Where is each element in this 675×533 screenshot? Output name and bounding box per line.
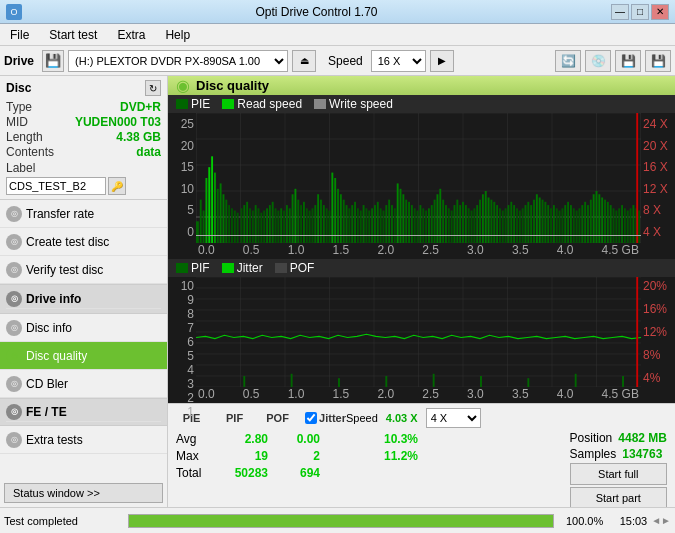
svg-rect-71 <box>348 208 350 243</box>
read-speed-legend-label: Read speed <box>237 97 302 111</box>
save2-button[interactable]: 💾 <box>645 50 671 72</box>
svg-rect-128 <box>510 202 512 243</box>
svg-rect-33 <box>241 208 243 243</box>
chart2-y-right-labels: 20% 16% 12% 8% 4% <box>641 277 675 387</box>
start-part-button[interactable]: Start part <box>570 487 667 507</box>
sidebar-item-create-test-disc[interactable]: ◎ Create test disc <box>0 228 167 256</box>
fe-te-icon: ◎ <box>6 404 22 420</box>
chart1-body: 0.0 0.5 1.0 1.5 2.0 2.5 3.0 3.5 4.0 4.5 … <box>196 113 641 243</box>
sidebar-item-cd-bler[interactable]: ◎ CD Bler <box>0 370 167 398</box>
svg-rect-100 <box>431 205 433 243</box>
reset-button[interactable]: 🔄 <box>555 50 581 72</box>
menu-file[interactable]: File <box>4 26 35 44</box>
svg-rect-133 <box>525 205 527 243</box>
svg-rect-136 <box>533 200 535 243</box>
scroll-indicator: ◄► <box>651 515 671 526</box>
drive-select[interactable]: (H:) PLEXTOR DVDR PX-890SA 1.00 <box>68 50 288 72</box>
type-label: Type <box>6 100 32 114</box>
svg-rect-124 <box>499 208 501 243</box>
status-window-button[interactable]: Status window >> <box>4 483 163 503</box>
legend-jitter: Jitter <box>222 261 263 275</box>
svg-rect-31 <box>234 211 236 244</box>
window-controls[interactable]: — □ ✕ <box>611 4 669 20</box>
disc-quality-header: ◉ Disc quality <box>168 76 675 95</box>
stats-right: Position 4482 MB Samples 134763 Start fu… <box>570 431 667 507</box>
disc-title: Disc <box>6 81 31 95</box>
speed-select2[interactable]: 4 X Max 2 X 8 X <box>426 408 481 428</box>
svg-rect-26 <box>220 183 222 243</box>
svg-rect-120 <box>488 198 490 244</box>
maximize-button[interactable]: □ <box>631 4 649 20</box>
svg-rect-200 <box>433 374 435 387</box>
svg-rect-47 <box>280 208 282 243</box>
menu-start-test[interactable]: Start test <box>43 26 103 44</box>
save-button[interactable]: 💾 <box>615 50 641 72</box>
stats-avg-row: Avg 2.80 0.00 10.3% <box>176 431 566 448</box>
svg-rect-106 <box>448 208 450 243</box>
svg-rect-96 <box>419 205 421 243</box>
stats-section: PIE PIF POF Jitter Speed 4.03 X 4 X Max … <box>168 403 675 507</box>
svg-rect-160 <box>601 198 603 244</box>
sidebar-item-drive-info[interactable]: ◎ Drive info <box>6 289 161 309</box>
sidebar-item-verify-test-disc[interactable]: ◎ Verify test disc <box>0 256 167 284</box>
svg-rect-98 <box>425 211 427 244</box>
svg-rect-59 <box>314 205 316 243</box>
jitter-checkbox[interactable] <box>305 412 317 424</box>
svg-rect-130 <box>516 208 518 243</box>
svg-rect-73 <box>354 202 356 243</box>
label-button[interactable]: 🔑 <box>108 177 126 195</box>
svg-rect-115 <box>473 208 475 243</box>
speed-arrow-button[interactable]: ▶ <box>430 50 454 72</box>
svg-rect-135 <box>530 205 532 243</box>
svg-rect-169 <box>627 211 629 244</box>
eject-button[interactable]: ⏏ <box>292 50 316 72</box>
svg-rect-122 <box>493 202 495 243</box>
svg-rect-110 <box>459 205 461 243</box>
disc-button[interactable]: 💿 <box>585 50 611 72</box>
drive-info-label: Drive info <box>26 292 81 306</box>
pie-legend-color <box>176 99 188 109</box>
svg-rect-107 <box>451 211 453 244</box>
svg-rect-63 <box>326 208 328 243</box>
menu-extra[interactable]: Extra <box>111 26 151 44</box>
position-label: Position <box>570 431 613 445</box>
cd-bler-label: CD Bler <box>26 377 68 391</box>
sidebar-item-transfer-rate[interactable]: ◎ Transfer rate <box>0 200 167 228</box>
speed-select[interactable]: 16 X Max 4 X 8 X <box>371 50 426 72</box>
pof-col-header: POF <box>262 412 293 424</box>
disc-info-icon: ◎ <box>6 320 22 336</box>
avg-jitter: 10.3% <box>358 431 418 448</box>
disc-refresh-button[interactable]: ↻ <box>145 80 161 96</box>
pif-legend-label: PIF <box>191 261 210 275</box>
svg-rect-46 <box>277 211 279 244</box>
sidebar-item-disc-info[interactable]: ◎ Disc info <box>0 314 167 342</box>
legend-write-speed: Write speed <box>314 97 393 111</box>
svg-rect-69 <box>343 200 345 243</box>
svg-rect-148 <box>567 202 569 243</box>
chart2-body: 0.0 0.5 1.0 1.5 2.0 2.5 3.0 3.5 4.0 4.5 … <box>196 277 641 387</box>
chart1: 25 20 15 10 5 0 <box>168 113 675 243</box>
svg-rect-55 <box>303 202 305 243</box>
mid-value: YUDEN000 T03 <box>75 115 161 129</box>
svg-rect-117 <box>479 200 481 243</box>
chart2-svg <box>196 277 641 387</box>
svg-rect-44 <box>272 202 274 243</box>
status-time: 15:03 <box>607 515 647 527</box>
stats-left: Avg 2.80 0.00 10.3% Max 19 2 11.2% <box>176 431 566 507</box>
sidebar-item-extra-tests[interactable]: ◎ Extra tests <box>0 426 167 454</box>
minimize-button[interactable]: — <box>611 4 629 20</box>
max-label: Max <box>176 448 216 465</box>
start-full-button[interactable]: Start full <box>570 463 667 485</box>
disc-quality-title: Disc quality <box>196 78 269 93</box>
status-window-area: Status window >> <box>0 479 167 507</box>
menu-help[interactable]: Help <box>159 26 196 44</box>
svg-rect-127 <box>508 205 510 243</box>
close-button[interactable]: ✕ <box>651 4 669 20</box>
svg-rect-167 <box>621 205 623 243</box>
svg-rect-45 <box>275 208 277 243</box>
sidebar-item-disc-quality[interactable]: ◎ Disc quality <box>0 342 167 370</box>
svg-rect-32 <box>237 213 239 243</box>
label-input[interactable]: CDS_TEST_B2 <box>6 177 106 195</box>
svg-rect-164 <box>613 208 615 243</box>
sidebar-item-fe-te[interactable]: ◎ FE / TE <box>6 402 161 422</box>
